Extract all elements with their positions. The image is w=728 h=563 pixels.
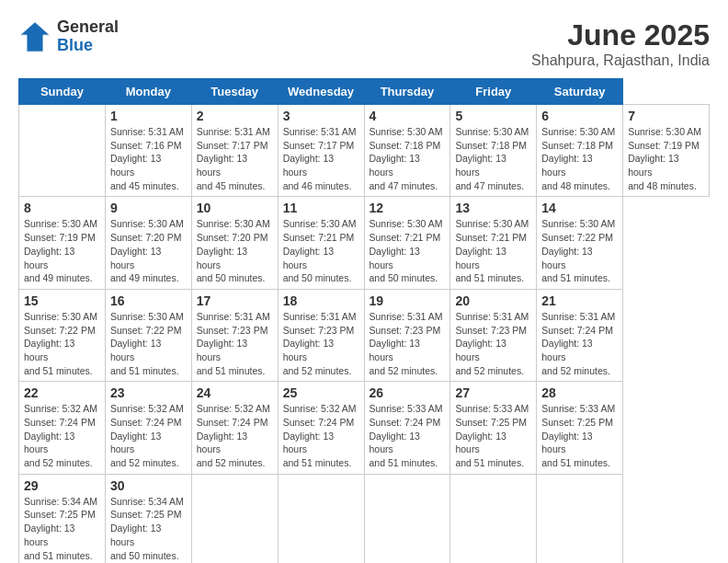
day-info: Sunrise: 5:31 AM Sunset: 7:16 PM Dayligh… [110, 125, 187, 192]
calendar-cell: 20Sunrise: 5:31 AM Sunset: 7:23 PM Dayli… [450, 289, 537, 381]
day-number: 10 [197, 201, 273, 215]
calendar-cell: 4Sunrise: 5:30 AM Sunset: 7:18 PM Daylig… [364, 105, 450, 197]
calendar-cell: 26Sunrise: 5:33 AM Sunset: 7:24 PM Dayli… [364, 382, 450, 474]
day-number: 3 [283, 109, 359, 123]
logo-general: General [57, 18, 119, 37]
day-number: 16 [110, 293, 187, 308]
day-info: Sunrise: 5:31 AM Sunset: 7:24 PM Dayligh… [541, 310, 618, 377]
day-info: Sunrise: 5:34 AM Sunset: 7:25 PM Dayligh… [110, 495, 187, 562]
calendar-cell: 13Sunrise: 5:30 AM Sunset: 7:21 PM Dayli… [450, 197, 537, 289]
day-number: 19 [370, 293, 446, 308]
logo-blue: Blue [57, 37, 119, 55]
header-sunday: Sunday [19, 79, 106, 105]
day-number: 11 [283, 201, 359, 215]
calendar-cell: 30Sunrise: 5:34 AM Sunset: 7:25 PM Dayli… [105, 474, 191, 563]
calendar-cell: 25Sunrise: 5:32 AM Sunset: 7:24 PM Dayli… [278, 382, 364, 474]
day-info: Sunrise: 5:31 AM Sunset: 7:17 PM Dayligh… [197, 125, 273, 192]
calendar-cell: 6Sunrise: 5:30 AM Sunset: 7:18 PM Daylig… [537, 105, 623, 197]
calendar-cell: 18Sunrise: 5:31 AM Sunset: 7:23 PM Dayli… [278, 289, 364, 381]
day-info: Sunrise: 5:30 AM Sunset: 7:21 PM Dayligh… [370, 217, 446, 284]
day-info: Sunrise: 5:30 AM Sunset: 7:18 PM Dayligh… [455, 125, 531, 192]
calendar-cell: 1Sunrise: 5:31 AM Sunset: 7:16 PM Daylig… [105, 105, 191, 197]
calendar-cell: 12Sunrise: 5:30 AM Sunset: 7:21 PM Dayli… [364, 197, 450, 289]
day-number: 25 [283, 385, 359, 400]
subtitle: Shahpura, Rajasthan, India [531, 52, 710, 69]
calendar-cell: 9Sunrise: 5:30 AM Sunset: 7:20 PM Daylig… [105, 197, 191, 289]
week-row-4: 22Sunrise: 5:32 AM Sunset: 7:24 PM Dayli… [19, 382, 710, 474]
main-title: June 2025 [531, 18, 710, 52]
day-number: 24 [197, 385, 273, 400]
day-info: Sunrise: 5:33 AM Sunset: 7:25 PM Dayligh… [455, 402, 531, 469]
day-info: Sunrise: 5:30 AM Sunset: 7:22 PM Dayligh… [541, 217, 618, 284]
day-number: 18 [283, 293, 359, 308]
day-number: 2 [197, 109, 273, 123]
day-number: 7 [628, 109, 704, 123]
calendar-cell: 21Sunrise: 5:31 AM Sunset: 7:24 PM Dayli… [537, 289, 623, 381]
day-number: 29 [24, 478, 100, 493]
header-wednesday: Wednesday [278, 79, 364, 105]
header-thursday: Thursday [364, 79, 450, 105]
calendar-cell [537, 474, 623, 563]
day-info: Sunrise: 5:32 AM Sunset: 7:24 PM Dayligh… [24, 402, 100, 469]
calendar-cell [19, 105, 106, 197]
calendar-cell: 16Sunrise: 5:30 AM Sunset: 7:22 PM Dayli… [105, 289, 191, 381]
calendar-cell: 2Sunrise: 5:31 AM Sunset: 7:17 PM Daylig… [191, 105, 278, 197]
day-number: 21 [541, 293, 618, 308]
week-row-1: 1Sunrise: 5:31 AM Sunset: 7:16 PM Daylig… [19, 105, 710, 197]
day-number: 14 [541, 201, 618, 215]
day-number: 27 [455, 385, 531, 400]
logo-text: General Blue [57, 18, 119, 55]
day-number: 13 [455, 201, 531, 215]
day-info: Sunrise: 5:31 AM Sunset: 7:23 PM Dayligh… [197, 310, 273, 377]
day-info: Sunrise: 5:30 AM Sunset: 7:20 PM Dayligh… [197, 217, 273, 284]
day-number: 20 [455, 293, 531, 308]
day-number: 17 [197, 293, 273, 308]
calendar-cell: 7Sunrise: 5:30 AM Sunset: 7:19 PM Daylig… [623, 105, 710, 197]
calendar-cell: 19Sunrise: 5:31 AM Sunset: 7:23 PM Dayli… [364, 289, 450, 381]
calendar-cell [450, 474, 537, 563]
day-info: Sunrise: 5:31 AM Sunset: 7:23 PM Dayligh… [455, 310, 531, 377]
day-info: Sunrise: 5:30 AM Sunset: 7:21 PM Dayligh… [455, 217, 531, 284]
day-info: Sunrise: 5:30 AM Sunset: 7:21 PM Dayligh… [283, 217, 359, 284]
day-number: 23 [110, 385, 187, 400]
calendar-cell [191, 474, 278, 563]
calendar-cell: 27Sunrise: 5:33 AM Sunset: 7:25 PM Dayli… [450, 382, 537, 474]
day-number: 15 [24, 293, 100, 308]
header-monday: Monday [105, 79, 191, 105]
day-info: Sunrise: 5:30 AM Sunset: 7:20 PM Dayligh… [110, 217, 187, 284]
calendar-cell [364, 474, 450, 563]
day-number: 22 [24, 385, 100, 400]
day-info: Sunrise: 5:30 AM Sunset: 7:18 PM Dayligh… [541, 125, 618, 192]
week-row-2: 8Sunrise: 5:30 AM Sunset: 7:19 PM Daylig… [19, 197, 710, 289]
calendar-cell: 24Sunrise: 5:32 AM Sunset: 7:24 PM Dayli… [191, 382, 278, 474]
day-info: Sunrise: 5:31 AM Sunset: 7:23 PM Dayligh… [283, 310, 359, 377]
calendar-cell: 14Sunrise: 5:30 AM Sunset: 7:22 PM Dayli… [537, 197, 623, 289]
calendar-cell: 29Sunrise: 5:34 AM Sunset: 7:25 PM Dayli… [19, 474, 106, 563]
day-info: Sunrise: 5:30 AM Sunset: 7:22 PM Dayligh… [110, 310, 187, 377]
day-info: Sunrise: 5:33 AM Sunset: 7:24 PM Dayligh… [370, 402, 446, 469]
day-info: Sunrise: 5:30 AM Sunset: 7:19 PM Dayligh… [24, 217, 100, 284]
calendar-cell: 11Sunrise: 5:30 AM Sunset: 7:21 PM Dayli… [278, 197, 364, 289]
day-info: Sunrise: 5:31 AM Sunset: 7:17 PM Dayligh… [283, 125, 359, 192]
calendar-cell: 17Sunrise: 5:31 AM Sunset: 7:23 PM Dayli… [191, 289, 278, 381]
calendar-cell: 3Sunrise: 5:31 AM Sunset: 7:17 PM Daylig… [278, 105, 364, 197]
week-row-5: 29Sunrise: 5:34 AM Sunset: 7:25 PM Dayli… [19, 474, 710, 563]
day-info: Sunrise: 5:32 AM Sunset: 7:24 PM Dayligh… [110, 402, 187, 469]
day-number: 30 [110, 478, 187, 493]
calendar-cell: 15Sunrise: 5:30 AM Sunset: 7:22 PM Dayli… [19, 289, 106, 381]
day-number: 9 [110, 201, 187, 215]
header: General Blue June 2025 Shahpura, Rajasth… [18, 18, 710, 69]
calendar-cell [278, 474, 364, 563]
day-number: 6 [541, 109, 618, 123]
day-info: Sunrise: 5:30 AM Sunset: 7:18 PM Dayligh… [370, 125, 446, 192]
header-friday: Friday [450, 79, 537, 105]
title-area: June 2025 Shahpura, Rajasthan, India [531, 18, 710, 69]
day-number: 26 [370, 385, 446, 400]
calendar-cell: 28Sunrise: 5:33 AM Sunset: 7:25 PM Dayli… [537, 382, 623, 474]
calendar-cell: 23Sunrise: 5:32 AM Sunset: 7:24 PM Dayli… [105, 382, 191, 474]
day-info: Sunrise: 5:30 AM Sunset: 7:19 PM Dayligh… [628, 125, 704, 192]
day-number: 4 [370, 109, 446, 123]
calendar-cell: 10Sunrise: 5:30 AM Sunset: 7:20 PM Dayli… [191, 197, 278, 289]
day-info: Sunrise: 5:34 AM Sunset: 7:25 PM Dayligh… [24, 495, 100, 562]
day-number: 1 [110, 109, 187, 123]
